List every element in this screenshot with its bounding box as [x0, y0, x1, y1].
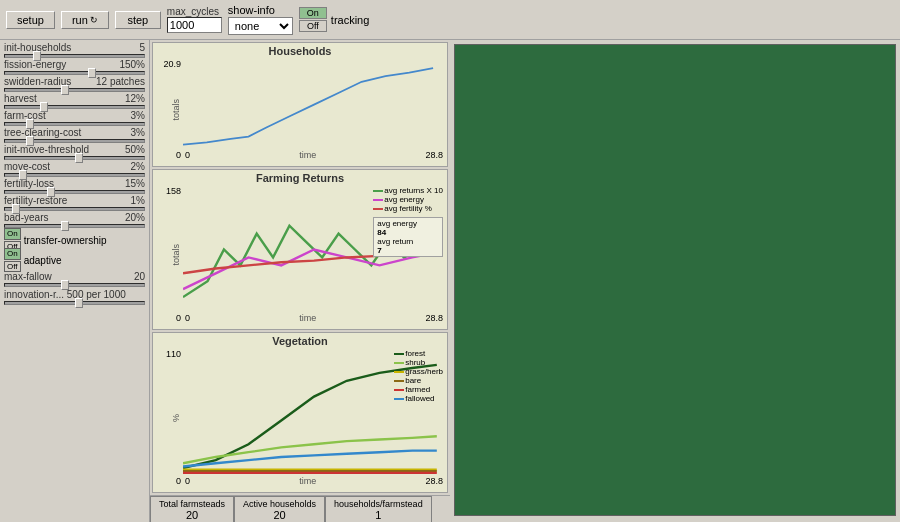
- legend-fertility-label: avg fertility %: [384, 204, 432, 213]
- legend-energy-label: avg energy: [384, 195, 424, 204]
- slider-track-1[interactable]: [4, 71, 145, 75]
- avg-energy-label: avg energy: [377, 219, 439, 228]
- farmstead-cell-label-0: Total farmsteads: [159, 499, 225, 509]
- slider-value-2: 12 patches: [96, 76, 145, 87]
- slider-thumb-6[interactable]: [75, 153, 83, 163]
- h-chart-ymin: 0: [176, 150, 181, 160]
- slider-thumb-0[interactable]: [33, 51, 41, 61]
- farmstead-cell-value-1: 20: [243, 509, 316, 521]
- slider-thumb-8[interactable]: [47, 187, 55, 197]
- step-button[interactable]: step: [115, 11, 161, 29]
- f-chart-xmax: 28.8: [425, 313, 443, 323]
- slider-label-5: tree-clearing-cost: [4, 127, 115, 138]
- legend-fertility: avg fertility %: [373, 204, 443, 213]
- farmstead-cell-label-1: Active households: [243, 499, 316, 509]
- main-layout: init-households 5 fission-energy 150% sw…: [0, 40, 900, 522]
- slider-value-5: 3%: [115, 127, 145, 138]
- slider-track-8[interactable]: [4, 190, 145, 194]
- tracking-label: tracking: [331, 14, 370, 26]
- h-chart-xlabel: time: [299, 150, 316, 160]
- slider-thumb-4[interactable]: [26, 119, 34, 129]
- v-chart-xmin: 0: [185, 476, 190, 486]
- max-fallow-value: 20: [115, 271, 145, 282]
- slider-track-2[interactable]: [4, 88, 145, 92]
- h-chart-ymax: 20.9: [163, 59, 181, 69]
- slider-row-6: init-move-threshold 50%: [4, 144, 145, 161]
- v-chart-xlabel: time: [299, 476, 316, 486]
- toggle-on-0[interactable]: On: [4, 228, 21, 240]
- households-svg: [183, 59, 445, 150]
- avg-energy-value: 84: [377, 228, 439, 237]
- run-icon: ↻: [90, 15, 98, 25]
- v-chart-ymax: 110: [166, 349, 181, 359]
- farmstead-cell-2: households/farmstead 1: [325, 496, 432, 522]
- off-button[interactable]: Off: [299, 20, 327, 32]
- slider-thumb-10[interactable]: [61, 221, 69, 231]
- show-info-label: show-info: [228, 4, 293, 16]
- slider-track-9[interactable]: [4, 207, 145, 211]
- v-chart-xmax: 28.8: [425, 476, 443, 486]
- farmstead-cell-1: Active households 20: [234, 496, 325, 522]
- run-label: run: [72, 14, 88, 26]
- innovation-slider-row: innovation-r... 500 per 1000: [4, 289, 145, 306]
- map-canvas: [454, 44, 896, 516]
- vl-farmed: farmed: [405, 385, 430, 394]
- on-button[interactable]: On: [299, 7, 327, 19]
- slider-thumb-5[interactable]: [26, 136, 34, 146]
- f-chart-ylabel: totals: [171, 244, 181, 266]
- slider-track-5[interactable]: [4, 139, 145, 143]
- slider-value-3: 12%: [115, 93, 145, 104]
- slider-thumb-9[interactable]: [12, 204, 20, 214]
- f-chart-xlabel: time: [299, 313, 316, 323]
- slider-thumb-2[interactable]: [61, 85, 69, 95]
- farmstead-cell-value-0: 20: [159, 509, 225, 521]
- max-fallow-thumb[interactable]: [61, 280, 69, 290]
- slider-thumb-3[interactable]: [40, 102, 48, 112]
- slider-row-1: fission-energy 150%: [4, 59, 145, 76]
- show-info-select[interactable]: none: [228, 17, 293, 35]
- slider-track-10[interactable]: [4, 224, 145, 228]
- slider-label-9: fertility-restore: [4, 195, 115, 206]
- toggle-on-1[interactable]: On: [4, 248, 21, 260]
- left-panel: init-households 5 fission-energy 150% sw…: [0, 40, 150, 522]
- slider-row-9: fertility-restore 1%: [4, 195, 145, 212]
- farming-legend: avg returns X 10 avg energy avg fertilit…: [373, 186, 443, 257]
- vegetation-chart: Vegetation 110 % 0: [152, 332, 448, 493]
- max-cycles-group: max_cycles: [167, 6, 222, 33]
- toggle-label-1: adaptive: [24, 255, 62, 266]
- max-fallow-track[interactable]: [4, 283, 145, 287]
- avg-return-label: avg return: [377, 237, 439, 246]
- slider-track-4[interactable]: [4, 122, 145, 126]
- max-cycles-input[interactable]: [167, 17, 222, 33]
- slider-label-0: init-households: [4, 42, 115, 53]
- tracking-group: On Off tracking: [299, 7, 370, 32]
- run-button[interactable]: run ↻: [61, 11, 109, 29]
- legend-returns-label: avg returns X 10: [384, 186, 443, 195]
- right-panel: [450, 40, 900, 522]
- center-panel: Households 20.9 totals 0: [150, 40, 450, 495]
- slider-row-5: tree-clearing-cost 3%: [4, 127, 145, 144]
- setup-button[interactable]: setup: [6, 11, 55, 29]
- slider-thumb-1[interactable]: [88, 68, 96, 78]
- slider-track-7[interactable]: [4, 173, 145, 177]
- h-chart-xmin: 0: [185, 150, 190, 160]
- toggle-label-0: transfer-ownership: [24, 235, 107, 246]
- innovation-track[interactable]: [4, 301, 145, 305]
- slider-row-0: init-households 5: [4, 42, 145, 59]
- on-off-toggle: On Off: [299, 7, 327, 32]
- slider-row-2: swidden-radius 12 patches: [4, 76, 145, 93]
- max-fallow-label: max-fallow: [4, 271, 115, 282]
- f-chart-ymin: 0: [176, 313, 181, 323]
- farmstead-cell-0: Total farmsteads 20: [150, 496, 234, 522]
- slider-thumb-7[interactable]: [19, 170, 27, 180]
- slider-value-10: 20%: [115, 212, 145, 223]
- vl-bare: bare: [405, 376, 421, 385]
- legend-returns: avg returns X 10: [373, 186, 443, 195]
- slider-track-0[interactable]: [4, 54, 145, 58]
- slider-label-3: harvest: [4, 93, 115, 104]
- slider-track-6[interactable]: [4, 156, 145, 160]
- slider-label-2: swidden-radius: [4, 76, 96, 87]
- slider-track-3[interactable]: [4, 105, 145, 109]
- slider-label-6: init-move-threshold: [4, 144, 115, 155]
- vl-fallowed: fallowed: [405, 394, 434, 403]
